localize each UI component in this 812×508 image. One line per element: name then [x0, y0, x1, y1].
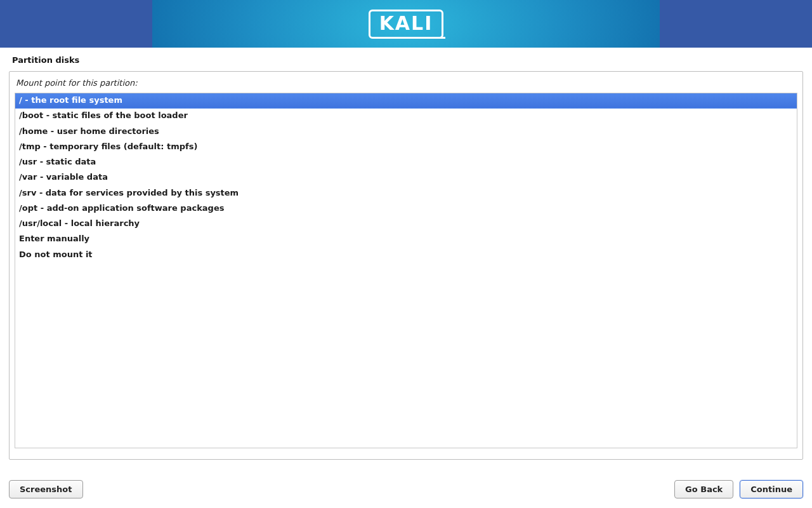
mountpoint-prompt: Mount point for this partition:	[15, 77, 797, 93]
list-item[interactable]: /var - variable data	[15, 170, 797, 185]
screenshot-button[interactable]: Screenshot	[9, 480, 83, 498]
go-back-button[interactable]: Go Back	[674, 480, 733, 498]
banner-gradient: KALI	[152, 0, 660, 48]
content-panel: Mount point for this partition: / - the …	[9, 71, 803, 460]
list-item[interactable]: /usr/local - local hierarchy	[15, 217, 797, 232]
continue-button[interactable]: Continue	[740, 480, 803, 498]
list-item[interactable]: /srv - data for services provided by thi…	[15, 186, 797, 201]
installer-banner: KALI	[0, 0, 812, 48]
list-item[interactable]: Enter manually	[15, 232, 797, 247]
list-item[interactable]: /tmp - temporary files (default: tmpfs)	[15, 140, 797, 155]
page-title: Partition disks	[0, 48, 812, 71]
footer-bar: Screenshot Go Back Continue	[0, 480, 812, 508]
list-item[interactable]: /boot - static files of the boot loader	[15, 109, 797, 124]
list-item[interactable]: /usr - static data	[15, 155, 797, 170]
list-item[interactable]: Do not mount it	[15, 248, 797, 263]
list-item[interactable]: /home - user home directories	[15, 124, 797, 140]
kali-logo-text: KALI	[379, 12, 433, 34]
list-item[interactable]: /opt - add-on application software packa…	[15, 201, 797, 217]
kali-logo: KALI	[369, 10, 444, 39]
mountpoint-listbox[interactable]: / - the root file system/boot - static f…	[15, 93, 797, 448]
list-item[interactable]: / - the root file system	[15, 93, 797, 109]
